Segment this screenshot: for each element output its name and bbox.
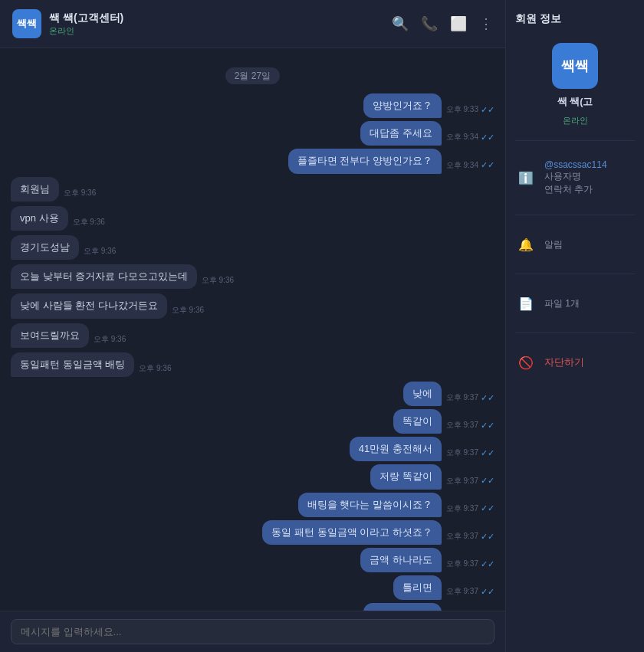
msg-row: 오늘 낮부터 증거자료 다모으고있는데 오후 9:36 (11, 264, 234, 289)
msg-bubble: 회원님 (11, 177, 59, 201)
right-file-label: 파일 1개 (544, 297, 580, 310)
msg-time: 오후 9:34 ✓✓ (446, 132, 495, 143)
chat-header-left: 쌕쌕 쌕 쌕(고객센터) 온라인 (12, 9, 123, 38)
read-check: ✓✓ (481, 421, 495, 431)
tablet-icon[interactable]: ⬜ (450, 15, 467, 32)
msg-time: 오후 9:37 ✓✓ (446, 503, 495, 514)
read-check: ✓✓ (481, 448, 495, 458)
read-check: ✓✓ (481, 587, 495, 597)
msg-row: 오후 9:34 ✓✓ 플즐타면 전부다 양방인가요？ (288, 149, 495, 173)
msg-row: 오후 9:34 ✓✓ 대답좀 주세요 (360, 121, 495, 146)
msg-bubble: vpn 사용 (11, 206, 68, 231)
right-item-alert[interactable]: 🔔 알림 (515, 229, 635, 260)
msg-time: 오후 9:37 ✓✓ (446, 392, 495, 403)
msg-row: 오후 9:37 ✓✓ 낮에 (403, 382, 495, 406)
msg-time: 오후 9:37 ✓✓ (446, 420, 495, 431)
read-check: ✓✓ (481, 160, 495, 170)
msg-row: 오후 9:37 ✓✓ 저랑 똑같이 (370, 464, 495, 489)
right-user-status: 온라인 (563, 115, 588, 126)
msg-row: 경기도성남 오후 9:36 (11, 235, 116, 260)
msg-row: 보여드릴까요 오후 9:36 (11, 323, 126, 348)
msg-bubble: 보여드릴까요 (11, 323, 89, 348)
msg-bubble: 배팅을 햇다는 말씀이시죠？ (298, 493, 442, 517)
msg-bubble: 저랑 똑같이 (370, 464, 442, 489)
right-add-contact[interactable]: 연락처 추가 (544, 183, 607, 196)
right-avatar: 쌕쌕 (552, 43, 598, 89)
read-check: ✓✓ (481, 559, 495, 569)
date-divider: 2월 27일 (11, 68, 495, 83)
msg-bubble: 플즐타면 전부다 양방인가요？ (288, 149, 442, 173)
header-info: 쌕 쌕(고객센터) 온라인 (49, 11, 123, 37)
right-divider (515, 215, 635, 215)
read-check: ✓✓ (481, 476, 495, 486)
msg-time: 오후 9:37 ✓✓ (446, 559, 495, 569)
msg-time: 오후 9:36 (202, 275, 234, 286)
msg-bubble: 틀리면 (393, 575, 442, 600)
msg-row: 오후 9:37 ✓✓ 동일 패턴 동일금액 이라고 하셧죠？ (262, 520, 495, 545)
right-divider (515, 140, 635, 141)
message-input[interactable] (11, 619, 495, 644)
msg-bubble: 경기도성남 (11, 235, 79, 260)
msg-bubble: 어쩌실래요？ (363, 603, 442, 611)
right-user-card: 쌕쌕 쌕 쌕(고 온라인 (515, 43, 635, 126)
bell-icon: 🔔 (515, 234, 537, 255)
header-icons: 🔍 📞 ⬜ ⋮ (392, 15, 493, 32)
info-icon: ℹ️ (515, 167, 537, 188)
msg-bubble: 오늘 낮부터 증거자료 다모으고있는데 (11, 264, 197, 289)
more-icon[interactable]: ⋮ (479, 15, 493, 32)
msg-time: 오후 9:36 (94, 334, 126, 345)
msg-row: 오후 9:37 ✓✓ 똑같이 (393, 409, 495, 434)
right-username-label: 사용자명 (544, 170, 607, 183)
msg-bubble: 낮에 사람들 환전 다나갔거든요 (11, 293, 167, 318)
msg-row: 오후 9:37 ✓✓ 배팅을 햇다는 말씀이시죠？ (298, 493, 495, 517)
read-check: ✓✓ (481, 532, 495, 542)
messages-area: 2월 27일 오후 9:33 ✓✓ 양방인거죠？ 오후 9:34 ✓✓ 대답좀 … (0, 48, 505, 611)
block-icon: 🚫 (515, 352, 537, 373)
msg-bubble: 똑같이 (393, 409, 442, 434)
right-block-label: 자단하기 (544, 355, 584, 369)
search-icon[interactable]: 🔍 (392, 15, 409, 32)
right-divider (515, 333, 635, 333)
msg-time: 오후 9:36 (139, 363, 171, 374)
right-item-file[interactable]: 📄 파일 1개 (515, 288, 635, 319)
read-check: ✓✓ (481, 105, 495, 115)
msg-bubble: 양방인거죠？ (363, 93, 442, 118)
right-alert-label: 알림 (544, 238, 563, 251)
read-check: ✓✓ (481, 133, 495, 143)
phone-icon[interactable]: 📞 (421, 15, 438, 32)
msg-time: 오후 9:37 ✓✓ (446, 476, 495, 487)
right-panel-title: 회원 정보 (515, 12, 635, 26)
read-check: ✓✓ (481, 393, 495, 403)
msg-bubble: 동일 패턴 동일금액 이라고 하셧죠？ (262, 520, 441, 545)
msg-row: 회원님 오후 9:36 (11, 177, 96, 201)
msg-row: 낮에 사람들 환전 다나갔거든요 오후 9:36 (11, 293, 204, 318)
chat-header: 쌕쌕 쌕 쌕(고객센터) 온라인 🔍 📞 ⬜ ⋮ (0, 0, 505, 48)
right-item-username: ℹ️ @ssacssac114 사용자명 연락처 추가 (515, 155, 635, 201)
right-panel: 회원 정보 쌕쌕 쌕 쌕(고 온라인 ℹ️ @ssacssac114 사용자명 … (506, 0, 644, 652)
msg-bubble: 대답좀 주세요 (360, 121, 442, 146)
header-name: 쌕 쌕(고객센터) (49, 11, 123, 25)
msg-time: 오후 9:34 ✓✓ (446, 160, 495, 171)
header-status: 온라인 (49, 25, 123, 37)
msg-bubble: 낮에 (403, 382, 442, 406)
header-avatar: 쌕쌕 (12, 9, 41, 38)
msg-time: 오후 9:36 (73, 217, 105, 228)
msg-row: 오후 9:37 ✓✓ 41만원 충전해서 (350, 437, 495, 461)
file-icon: 📄 (515, 293, 537, 314)
msg-row: 오후 9:33 ✓✓ 양방인거죠？ (363, 93, 495, 118)
input-area (0, 611, 505, 652)
msg-time: 오후 9:37 ✓✓ (446, 586, 495, 597)
right-item-block[interactable]: 🚫 자단하기 (515, 347, 635, 378)
right-divider (515, 274, 635, 274)
msg-row: 오후 9:37 ✓✓ 어쩌실래요？ (363, 603, 495, 611)
msg-time: 오후 9:37 ✓✓ (446, 531, 495, 542)
msg-bubble: 41만원 충전해서 (350, 437, 442, 461)
chat-panel: 쌕쌕 쌕 쌕(고객센터) 온라인 🔍 📞 ⬜ ⋮ 2월 27일 오후 9:33 … (0, 0, 506, 652)
right-username: @ssacssac114 (544, 159, 607, 170)
msg-row: vpn 사용 오후 9:36 (11, 206, 105, 231)
msg-row: 동일패턴 동일금액 배팅 오후 9:36 (11, 352, 171, 377)
msg-time: 오후 9:36 (64, 188, 96, 198)
msg-time: 오후 9:37 ✓✓ (446, 447, 495, 458)
right-user-name: 쌕 쌕(고 (557, 95, 593, 109)
msg-time: 오후 9:33 ✓✓ (446, 104, 495, 115)
